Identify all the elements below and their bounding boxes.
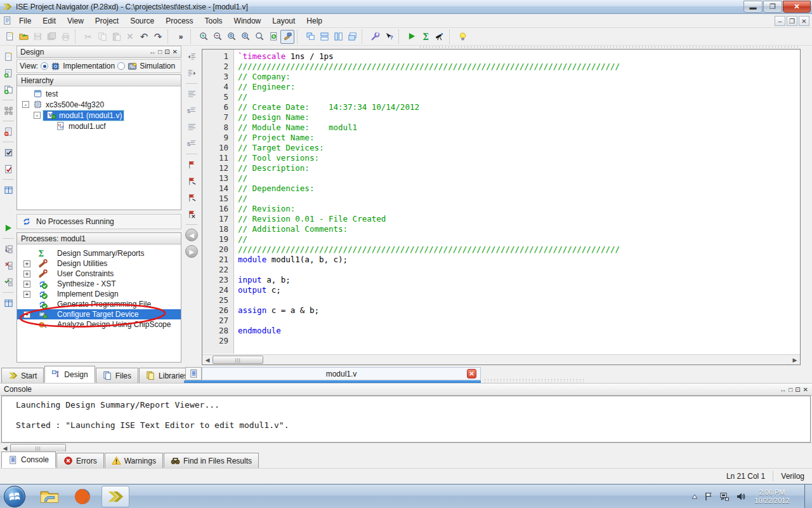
editor-hscroll-thumb[interactable]: ||| [213,356,263,364]
process-item-analyze-design-using-chipscope[interactable]: Analyze Design Using ChipScope [17,319,181,330]
tree-expander-icon[interactable]: + [23,311,30,318]
console-tab-warnings[interactable]: Warnings [105,453,163,468]
mdi-close-button[interactable]: ✕ [799,16,809,26]
tab-start[interactable]: Start [1,368,44,383]
bookmark-next-icon[interactable] [185,190,199,204]
code-line[interactable]: 6// Create Date: 14:37:34 10/14/2012 [202,102,800,112]
print-icon[interactable] [58,30,72,44]
simulation-radio[interactable] [117,62,125,70]
code-line[interactable]: 12// Description: [202,163,800,173]
design-panel-header[interactable]: Design ↔ □ ⊡ ✕ [16,46,181,58]
console-close-icon[interactable]: ✕ [803,386,808,393]
columns2-icon[interactable] [1,296,15,310]
copy-icon[interactable] [95,30,109,44]
save-icon[interactable] [30,30,44,44]
console-float-icon[interactable]: ↔ [780,386,786,393]
document-close-icon[interactable]: ✕ [467,369,476,378]
panel-restore-icon[interactable]: ⊡ [164,48,169,55]
code-line[interactable]: 15// [202,194,800,204]
process-item-design-summary-reports[interactable]: ΣDesign Summary/Reports [17,248,181,258]
design-check-icon[interactable] [1,162,15,176]
menu-edit[interactable]: Edit [37,15,62,27]
code-line[interactable]: 1`timescale 1ns / 1ps [202,51,800,62]
code-line[interactable]: 22 [202,265,800,275]
code-line[interactable]: 9// Project Name: [202,133,800,143]
restore-button[interactable]: ❐ [763,1,782,13]
window-tile-v-icon[interactable] [331,30,345,44]
code-line[interactable]: 16// Revision: [202,204,800,214]
hierarchy-item-test[interactable]: test [17,88,181,99]
tab-files[interactable]: Files [96,368,138,383]
console-output[interactable]: Launching Design Summary/Report Viewer..… [1,396,811,443]
delete-icon[interactable]: ✕ [123,30,137,44]
menu-source[interactable]: Source [124,15,160,27]
window-float-icon[interactable] [345,30,359,44]
columns-icon[interactable] [1,183,15,197]
scroll-left-icon[interactable]: ◀ [202,355,213,364]
code-line[interactable]: 10// Target Devices: [202,143,800,153]
menu-view[interactable]: View [62,15,89,27]
toolbar-overflow-icon[interactable]: » [174,30,188,44]
tray-expand-icon[interactable] [691,493,698,500]
run-process-icon[interactable] [1,221,15,235]
code-line[interactable]: 4// Engineer: [202,82,800,92]
code-line[interactable]: 11// Tool versions: [202,153,800,163]
zoom-region-icon[interactable] [239,30,252,44]
explorer-taskbar-icon[interactable] [36,486,63,507]
panel-float-icon[interactable]: ↔ [149,48,155,55]
zoom-sel-icon[interactable] [252,30,266,44]
tree-expander-icon[interactable]: + [23,271,30,277]
uncomment-lines-icon[interactable] [185,120,199,134]
window-titlebar[interactable]: ISE Project Navigator (P.28xd) - C:\proj… [0,0,812,14]
process-item-implement-design[interactable]: +Implement Design [17,289,181,299]
uncomment-five-icon[interactable]: 5 [185,137,199,150]
nav-back-icon[interactable]: ◀ [185,228,199,242]
code-line[interactable]: 24output c; [202,285,800,295]
add-copy-source-icon[interactable] [1,83,15,97]
comment-five-icon[interactable]: 5 [185,104,199,117]
menu-help[interactable]: Help [301,15,328,27]
network-icon[interactable] [719,491,730,502]
window-cascade-icon[interactable] [303,30,317,44]
process-item-design-utilities[interactable]: +Design Utilities [17,258,181,269]
console-header[interactable]: Console ↔ □ ⊡ ✕ [0,383,812,396]
code-line[interactable]: 17// Revision 0.01 - File Created [202,214,800,224]
hierarchy-item-xc3s500e-4fg320[interactable]: -xc3s500e-4fg320 [17,99,181,110]
code-line[interactable]: 29 [202,336,800,346]
refresh-icon[interactable] [266,30,280,44]
console-maximize-icon[interactable]: □ [789,386,792,393]
code-line[interactable]: 8// Module Name: modul1 [202,123,800,133]
menu-tools[interactable]: Tools [199,15,228,27]
bookmark-flag-icon[interactable] [185,157,199,171]
panel-close-icon[interactable]: ✕ [173,48,178,55]
code-line[interactable]: 13// [202,173,800,184]
menu-window[interactable]: Window [228,15,267,27]
show-desktop-button[interactable] [804,485,812,508]
process-item-configure-target-device[interactable]: +Configure Target Device [17,309,181,319]
code-line[interactable]: 3// Company: [202,72,800,82]
outdent-icon[interactable] [185,50,199,64]
code-line[interactable]: 2///////////////////////////////////////… [202,62,800,72]
mdi-minimize-button[interactable]: – [775,16,785,26]
action-center-flag-icon[interactable] [704,491,713,502]
chip-check-icon[interactable] [1,145,15,159]
analyzer-icon[interactable] [433,30,447,44]
code-line[interactable]: 21module modul1(a, b, c); [202,255,800,265]
code-line[interactable]: 14// Dependencies: [202,184,800,194]
tree-expander-icon[interactable]: + [23,281,30,288]
design-summary-icon[interactable]: Σ [419,30,433,44]
paste-icon[interactable] [109,30,123,44]
cut-icon[interactable]: ✂ [81,30,95,44]
code-line[interactable]: 5// [202,92,800,102]
rerun-all-icon[interactable] [1,275,15,289]
tree-expander-icon[interactable]: + [23,291,30,298]
tree-expander-icon[interactable]: + [23,260,30,267]
window-tile-h-icon[interactable] [317,30,331,44]
add-source-icon[interactable] [1,66,15,80]
undo-icon[interactable]: ↶ [137,30,151,44]
redo-icon[interactable]: ↷ [151,30,165,44]
settings-wrench-icon[interactable] [368,30,382,44]
menu-process[interactable]: Process [160,15,199,27]
tab-design[interactable]: Design [44,366,95,383]
hierarchy-item-modul1-modul1-v[interactable]: -Vmodul1 (modul1.v) [17,110,181,121]
